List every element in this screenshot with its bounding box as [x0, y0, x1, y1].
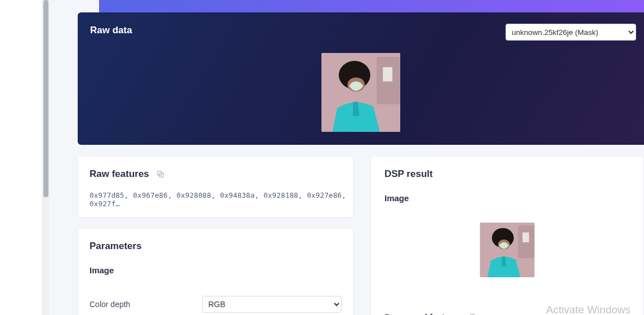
- sidebar-item[interactable]: n: [0, 145, 42, 154]
- raw-data-title: Raw data: [90, 25, 132, 36]
- color-depth-select[interactable]: RGB: [202, 296, 342, 313]
- raw-features-hex: 0x977d85, 0x967e86, 0x928088, 0x94838a, …: [90, 191, 353, 208]
- sidebar: ULSE n n pulse earning ion: [0, 0, 42, 315]
- dsp-result-image: [480, 223, 535, 277]
- parameters-section-image: Image: [90, 265, 114, 275]
- processed-features-title: Processed features: [384, 312, 462, 315]
- scrollbar-track[interactable]: [42, 0, 50, 315]
- copy-icon[interactable]: [156, 170, 165, 179]
- dsp-section-image: Image: [384, 193, 409, 203]
- sidebar-item[interactable]: earning: [0, 220, 42, 229]
- raw-features-title: Raw features: [90, 168, 149, 180]
- parameters-title: Parameters: [90, 241, 142, 252]
- scrollbar-thumb[interactable]: [43, 0, 48, 197]
- brand-logo: ULSE: [0, 17, 42, 29]
- copy-icon[interactable]: [469, 313, 478, 316]
- raw-features-card: Raw features 0x977d85, 0x967e86, 0x92808…: [78, 156, 354, 218]
- raw-data-image: [321, 53, 400, 132]
- sidebar-item[interactable]: pulse: [0, 183, 42, 192]
- raw-data-card: Raw data unknown.25kf26je (Mask): [78, 12, 644, 145]
- svg-rect-2: [383, 67, 392, 81]
- color-depth-label: Color depth: [90, 300, 130, 309]
- sample-select[interactable]: unknown.25kf26je (Mask): [506, 24, 636, 41]
- dsp-result-title: DSP result: [384, 168, 433, 180]
- sidebar-item[interactable]: ion: [0, 257, 42, 266]
- parameters-card: Parameters Image Color depth RGB: [78, 228, 354, 315]
- sidebar-item[interactable]: n: [0, 108, 42, 117]
- svg-rect-9: [522, 232, 529, 242]
- dsp-result-card: DSP result Image Processed features: [370, 156, 644, 315]
